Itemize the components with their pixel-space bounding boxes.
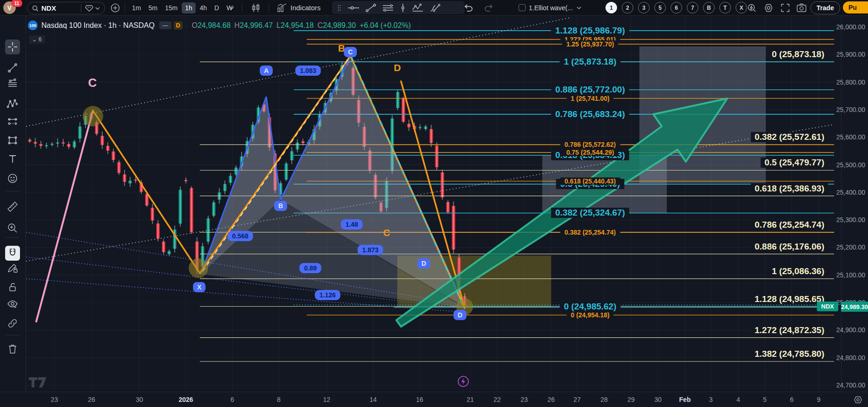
drawing-toolbar[interactable] <box>332 1 465 14</box>
wave-degree-buttons: 123567BTX <box>603 0 750 15</box>
chevron-down-icon[interactable] <box>230 6 234 10</box>
time-tick: 22 <box>493 396 501 403</box>
drag-handle-icon[interactable] <box>336 4 342 12</box>
axis-settings-icon[interactable] <box>854 395 862 404</box>
wave-degree-7[interactable]: 7 <box>687 2 698 13</box>
price-tick: 25,600.00 <box>836 133 865 141</box>
trend-line-tool-icon[interactable] <box>362 3 379 13</box>
symbol-price-flag[interactable]: NDX <box>817 302 838 311</box>
time-axis[interactable]: 2326302026681214162122232627282930Feb345… <box>0 392 868 407</box>
tradingview-logo <box>28 375 49 389</box>
drawing-sidebar <box>0 15 26 392</box>
bullish-arrow[interactable] <box>396 98 727 327</box>
wave-degree-3[interactable]: 3 <box>638 2 650 13</box>
time-tick: 14 <box>369 396 377 403</box>
time-tick: 27 <box>573 396 581 403</box>
timeframe-badge[interactable]: D <box>174 21 183 30</box>
timeframe-4h[interactable]: 4h <box>197 2 210 13</box>
close-value: 24,989.30 <box>323 21 356 30</box>
chart-legend[interactable]: 100 Nasdaq 100 Index · 1h · NASDAQ — D O… <box>28 20 411 30</box>
tradingview-app: 1.128 (25,986.79)1 (25,873.18)0.886 (25,… <box>0 0 868 407</box>
price-tick: 25,400.00 <box>836 189 865 196</box>
shapes-tool[interactable] <box>5 133 20 148</box>
object-tree-badge[interactable]: ⌄ 6 <box>29 35 45 44</box>
hide-drawings-tool[interactable] <box>5 297 20 312</box>
symbol-search[interactable]: NDX <box>27 2 105 14</box>
undo-icon[interactable] <box>464 4 473 12</box>
timeframe-1h[interactable]: 1h <box>182 2 196 13</box>
price-tick: 24,900.00 <box>836 326 865 334</box>
timeframe-5m[interactable]: 5m <box>145 2 160 13</box>
emoji-tool[interactable] <box>5 171 20 186</box>
highlight-circle <box>83 106 103 126</box>
curve-tool-icon[interactable] <box>427 3 443 13</box>
timeframe-D[interactable]: D <box>211 2 222 13</box>
time-tick: 28 <box>600 396 608 403</box>
elliott-wave-tool-icon[interactable] <box>409 3 427 13</box>
object-count: 6 <box>39 36 42 43</box>
timeframe-switcher: 1m5m15m1h4hDW <box>128 0 237 15</box>
link-tool[interactable] <box>5 316 20 331</box>
lightning-marker-icon[interactable] <box>457 375 469 387</box>
trend-line-tool[interactable] <box>5 60 20 75</box>
drawing-mode-tool[interactable] <box>5 261 20 276</box>
time-tick: 30 <box>654 396 662 403</box>
time-tick: Feb <box>679 396 691 403</box>
snapshot-icon[interactable] <box>796 3 807 13</box>
settings-icon[interactable] <box>764 3 773 13</box>
timeframe-15m[interactable]: 15m <box>162 2 181 13</box>
lock-drawings-tool[interactable] <box>5 280 20 295</box>
change-value: +6.04 (+0.02%) <box>360 21 411 30</box>
legend-title[interactable]: Nasdaq 100 Index · 1h · NASDAQ <box>41 21 155 30</box>
fullscreen-icon[interactable] <box>781 3 790 13</box>
horizontal-line-tool-icon[interactable] <box>345 4 362 12</box>
measure-tool[interactable] <box>5 199 20 214</box>
divider <box>269 3 269 12</box>
remove-drawings-tool[interactable] <box>5 341 20 356</box>
symbol-logo: 100 <box>28 20 38 30</box>
wave-degree-6[interactable]: 6 <box>671 2 682 13</box>
text-tool[interactable] <box>5 151 20 166</box>
xabcd-pattern-tool[interactable] <box>5 97 20 112</box>
chart-canvas[interactable] <box>0 0 868 407</box>
wave-degree-1[interactable]: 1 <box>605 2 617 13</box>
time-tick: 8 <box>277 396 281 403</box>
compare-add-icon[interactable] <box>111 3 120 13</box>
chart-type-icon[interactable] <box>251 3 261 13</box>
highlight-circle <box>189 258 208 278</box>
hide-symbol-icon[interactable]: — <box>159 21 171 29</box>
price-axis[interactable]: 26,000.0025,900.0025,800.0025,700.0025,6… <box>841 15 868 392</box>
crosshair-tool[interactable] <box>5 39 20 54</box>
indicators-icon <box>277 3 287 13</box>
open-value: 24,984.68 <box>197 21 230 30</box>
parallel-lines-tool-icon[interactable] <box>379 3 397 13</box>
timeframe-1m[interactable]: 1m <box>129 2 144 13</box>
checkbox[interactable] <box>519 4 526 11</box>
magnet-tool[interactable] <box>5 246 20 261</box>
trade-button[interactable]: Trade <box>810 1 840 14</box>
wave-degree-T[interactable]: T <box>719 2 731 13</box>
elliott-wave-dropdown[interactable]: 1.Elliot wave(... <box>519 0 581 15</box>
indicators-label: Indicators <box>290 4 321 12</box>
pink-wave-line[interactable] <box>36 111 93 322</box>
diamond-icon[interactable] <box>85 5 93 12</box>
price-tick: 25,200.00 <box>836 243 865 251</box>
time-tick: 2026 <box>178 396 193 403</box>
projection-tool[interactable] <box>5 114 20 129</box>
bolt-magnifier-icon[interactable] <box>747 3 756 13</box>
wave-degree-B[interactable]: B <box>703 2 715 13</box>
fib-retracement-tool[interactable] <box>5 76 20 91</box>
vertical-line-tool-icon[interactable] <box>397 3 409 13</box>
publish-button[interactable]: Pu <box>843 1 868 13</box>
wave-degree-2[interactable]: 2 <box>622 2 633 13</box>
redo-icon[interactable] <box>484 4 493 12</box>
chevron-down-icon[interactable] <box>95 7 100 10</box>
indicators-button[interactable]: Indicators <box>277 0 321 15</box>
zoom-in-tool[interactable] <box>5 221 20 236</box>
orange-wave-line-1[interactable] <box>93 111 200 273</box>
divider <box>6 237 20 238</box>
wave-degree-5[interactable]: 5 <box>654 2 666 13</box>
time-tick: 26 <box>547 396 555 403</box>
top-toolbar: V 11 NDX 1m5m15m1h4hDW Indicators <box>0 0 868 16</box>
last-price-tag: 24,989.30 <box>841 302 868 312</box>
